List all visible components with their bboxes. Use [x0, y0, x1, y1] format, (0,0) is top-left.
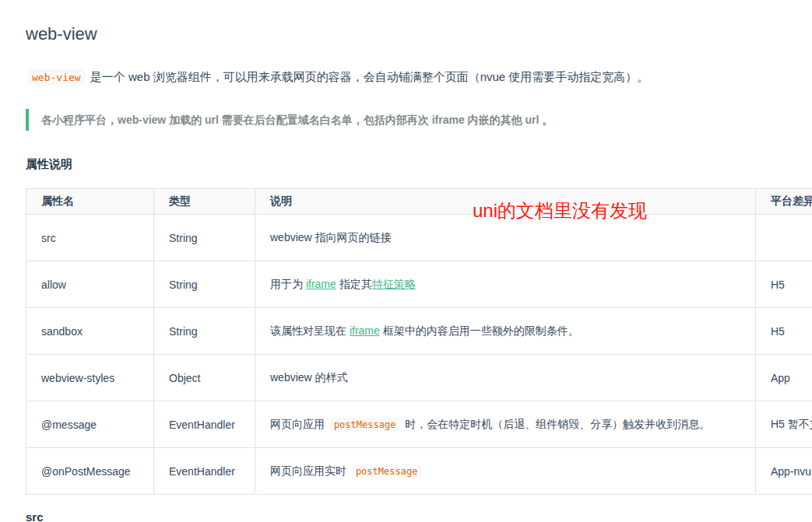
property-name-cell: @message: [26, 401, 154, 448]
platform-note: 各小程序平台，web-view 加载的 url 需要在后台配置域名白名单，包括内…: [26, 109, 812, 131]
table-row: webview-stylesObjectwebview 的样式App: [26, 355, 812, 401]
section-heading-attributes: 属性说明: [26, 157, 812, 171]
column-header: 类型: [154, 189, 255, 215]
property-type-cell: EventHandler: [154, 401, 255, 448]
property-desc-cell: 网页向应用 postMessage 时，会在特定时机（后退、组件销毁、分享）触发…: [255, 401, 756, 448]
intro-text: 是一个 web 浏览器组件，可以用来承载网页的容器，会自动铺满整个页面（nvue…: [90, 70, 649, 83]
platform-diff-cell: App-nvue: [756, 448, 812, 495]
column-header: 属性名: [26, 189, 154, 215]
table-row: allowString用于为 iframe 指定其特征策略H5: [26, 261, 812, 308]
property-desc-cell: webview 的样式: [255, 355, 756, 401]
platform-diff-cell: [756, 215, 812, 261]
property-desc-cell: 用于为 iframe 指定其特征策略: [255, 261, 756, 308]
table-header-row: 属性名类型说明平台差异说明: [26, 189, 812, 215]
table-row: sandboxString该属性对呈现在 iframe 框架中的内容启用一些额外…: [26, 308, 812, 355]
platform-diff-cell: H5 暂不支持: [756, 401, 812, 448]
property-type-cell: EventHandler: [154, 448, 255, 495]
column-header: 平台差异说明: [756, 189, 812, 215]
property-type-cell: String: [154, 261, 255, 308]
platform-diff-cell: H5: [756, 308, 812, 355]
property-desc-cell: webview 指向网页的链接: [255, 215, 756, 261]
property-desc-cell: 网页向应用实时 postMessage: [255, 448, 756, 495]
property-name-cell: sandbox: [26, 308, 154, 355]
doc-page: web-view web-view 是一个 web 浏览器组件，可以用来承载网页…: [0, 24, 812, 522]
properties-table: 属性名类型说明平台差异说明 srcStringwebview 指向网页的链接al…: [26, 188, 812, 495]
property-name-cell: allow: [26, 261, 154, 308]
property-name-cell: webview-styles: [26, 355, 154, 401]
table-row: @messageEventHandler网页向应用 postMessage 时，…: [26, 401, 812, 448]
inline-code: postMessage: [330, 418, 399, 432]
property-type-cell: String: [154, 215, 255, 261]
doc-link[interactable]: iframe: [350, 324, 380, 337]
property-name-cell: @onPostMessage: [26, 448, 154, 495]
page-title: web-view: [26, 24, 812, 44]
property-type-cell: Object: [154, 355, 255, 401]
platform-diff-cell: H5: [756, 261, 812, 308]
intro-paragraph: web-view 是一个 web 浏览器组件，可以用来承载网页的容器，会自动铺满…: [26, 68, 812, 87]
table-row: srcStringwebview 指向网页的链接: [26, 215, 812, 261]
doc-link[interactable]: iframe: [306, 278, 336, 290]
table-row: @onPostMessageEventHandler网页向应用实时 postMe…: [26, 448, 812, 495]
property-type-cell: String: [154, 308, 255, 355]
platform-diff-cell: App: [756, 355, 812, 401]
inline-code: web-view: [28, 69, 85, 86]
property-desc-cell: 该属性对呈现在 iframe 框架中的内容启用一些额外的限制条件。: [255, 308, 756, 355]
column-header: 说明: [255, 189, 756, 215]
doc-link[interactable]: 特征策略: [372, 278, 416, 290]
inline-code: postMessage: [352, 464, 421, 478]
section-heading-src: src: [26, 511, 812, 522]
property-name-cell: src: [26, 215, 154, 261]
